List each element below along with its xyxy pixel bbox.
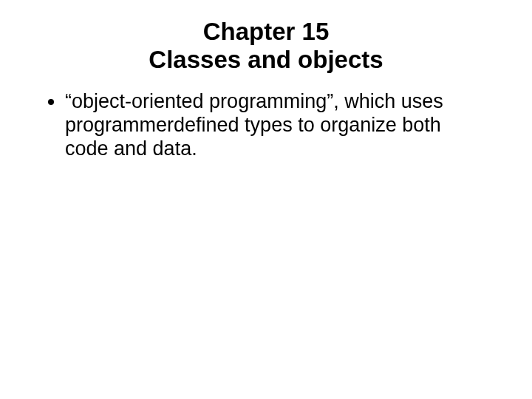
title-line-2: Classes and objects: [35, 46, 497, 74]
title-line-1: Chapter 15: [35, 18, 497, 46]
bullet-item: “object-oriented programming”, which use…: [65, 90, 497, 161]
slide: Chapter 15 Classes and objects “object-o…: [0, 0, 532, 399]
bullet-list: “object-oriented programming”, which use…: [35, 90, 497, 161]
slide-title: Chapter 15 Classes and objects: [35, 18, 497, 74]
